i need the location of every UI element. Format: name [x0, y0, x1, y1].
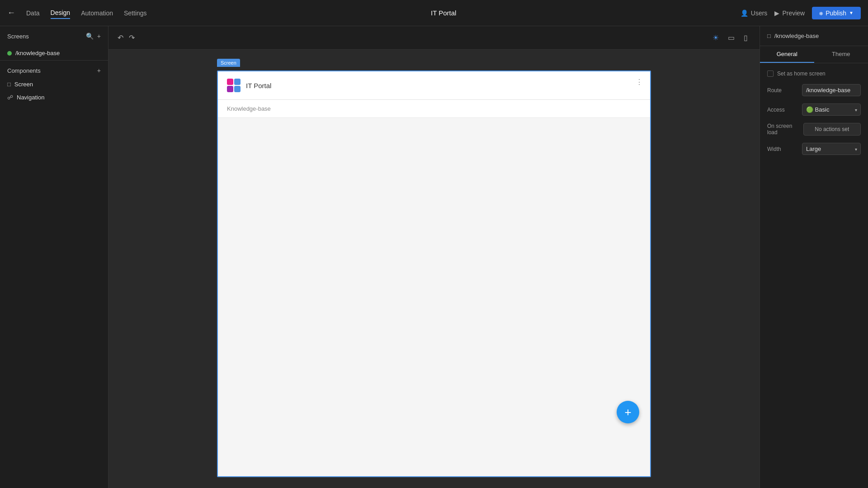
logo-blue-2 [234, 86, 241, 92]
app-logo [227, 79, 241, 92]
components-header: Components + [0, 60, 108, 78]
logo-row-2 [227, 86, 241, 92]
right-panel-body: Set as home screen Route Access 🟢 Basic [760, 63, 868, 162]
fab-add-button[interactable]: + [617, 401, 639, 423]
access-label: Access [767, 107, 785, 113]
canvas-toolbar-left: ↶ ↷ [118, 33, 135, 42]
topbar-right: 👤 Users ▶ Preview ⎈ Publish ▼ [741, 7, 861, 19]
screen-container: Screen [217, 70, 651, 477]
logo-pink [227, 79, 233, 85]
nav-data[interactable]: Data [26, 7, 40, 19]
add-screen-button[interactable]: + [97, 33, 101, 40]
canvas-toolbar-right: ☀ ▭ ▯ [710, 32, 750, 44]
screens-header: Screens 🔍 + [0, 26, 108, 46]
route-input[interactable] [802, 84, 861, 96]
screen-badge: Screen [217, 59, 240, 67]
no-actions-button[interactable]: No actions set [803, 123, 861, 136]
desktop-view-button[interactable]: ☀ [710, 32, 722, 44]
set-home-checkbox-wrapper: Set as home screen [767, 70, 826, 77]
component-nav-label: Navigation [17, 94, 44, 101]
logo-purple [227, 86, 233, 92]
search-icon[interactable]: 🔍 [86, 33, 94, 40]
width-select-wrapper: Large [802, 143, 861, 155]
screen-breadcrumb: Knowledge-base [218, 100, 650, 118]
canvas-wrapper: Screen [108, 50, 760, 488]
set-home-label: Set as home screen [777, 70, 826, 77]
nav-automation[interactable]: Automation [81, 7, 113, 19]
users-icon: 👤 [741, 9, 748, 17]
screen-body: + [218, 118, 650, 434]
screen-item-knowledge-base[interactable]: /knowledge-base [0, 46, 108, 60]
back-button[interactable]: ← [7, 8, 15, 18]
screens-actions: 🔍 + [86, 33, 101, 40]
screen-frame: IT Portal ⋮ Knowledge-base + [217, 70, 651, 477]
canvas-toolbar: ↶ ↷ ☀ ▭ ▯ [108, 26, 760, 50]
screen-item-label: /knowledge-base [15, 50, 60, 56]
tab-theme[interactable]: Theme [814, 46, 868, 63]
left-sidebar: Screens 🔍 + /knowledge-base Components +… [0, 26, 108, 488]
right-panel: □ /knowledge-base General Theme Set as h… [760, 26, 868, 488]
component-screen-label: Screen [14, 81, 33, 88]
logo-group [227, 79, 241, 92]
access-select[interactable]: 🟢 Basic [802, 103, 861, 116]
on-screen-load-row: On screen load No actions set [767, 123, 861, 136]
screen-component-icon: □ [7, 81, 11, 88]
route-label: Route [767, 87, 782, 94]
preview-label: Preview [782, 9, 805, 17]
users-label: Users [751, 9, 768, 17]
screen-header: IT Portal ⋮ [218, 71, 650, 100]
canvas-area: ↶ ↷ ☀ ▭ ▯ Screen [108, 26, 760, 488]
access-row: Access 🟢 Basic [767, 103, 861, 116]
components-label: Components [7, 67, 41, 74]
set-home-checkbox[interactable] [767, 70, 774, 77]
on-screen-load-label: On screen load [767, 123, 803, 136]
logo-row-1 [227, 79, 241, 85]
topbar: ← Data Design Automation Settings IT Por… [0, 0, 868, 26]
nav-settings[interactable]: Settings [124, 7, 147, 19]
access-select-wrapper: 🟢 Basic [802, 103, 861, 116]
set-home-row: Set as home screen [767, 70, 861, 77]
component-navigation[interactable]: ☍ Navigation [0, 91, 108, 104]
preview-icon: ▶ [774, 9, 779, 17]
chevron-down-icon: ▼ [849, 10, 854, 15]
component-screen[interactable]: □ Screen [0, 78, 108, 91]
route-row: Route [767, 84, 861, 96]
screens-label: Screens [7, 33, 29, 40]
right-panel-tabs: General Theme [760, 46, 868, 63]
tab-general[interactable]: General [760, 46, 814, 63]
add-component-button[interactable]: + [97, 67, 101, 74]
width-select[interactable]: Large [802, 143, 861, 155]
screen-dot [7, 51, 12, 56]
right-panel-screen-icon: □ [767, 33, 771, 39]
nav-design[interactable]: Design [51, 7, 71, 19]
screen-options-icon[interactable]: ⋮ [636, 78, 643, 86]
width-label: Width [767, 146, 781, 152]
app-title: IT Portal [147, 9, 741, 17]
mobile-view-button[interactable]: ▯ [741, 32, 750, 44]
topbar-left: ← Data Design Automation Settings [7, 7, 147, 19]
width-row: Width Large [767, 143, 861, 155]
tablet-view-button[interactable]: ▭ [725, 32, 737, 44]
logo-blue [234, 79, 241, 85]
nav-component-icon: ☍ [7, 94, 13, 101]
preview-button[interactable]: ▶ Preview [774, 9, 805, 17]
right-panel-header: □ /knowledge-base [760, 26, 868, 46]
undo-button[interactable]: ↶ [118, 33, 123, 42]
publish-icon: ⎈ [819, 9, 823, 17]
screen-app-title: IT Portal [246, 82, 271, 89]
publish-label: Publish [826, 9, 846, 17]
publish-button[interactable]: ⎈ Publish ▼ [812, 7, 861, 19]
topbar-nav: Data Design Automation Settings [26, 7, 147, 19]
users-button[interactable]: 👤 Users [741, 9, 768, 17]
right-panel-path: /knowledge-base [774, 33, 819, 39]
main-layout: Screens 🔍 + /knowledge-base Components +… [0, 26, 868, 488]
redo-button[interactable]: ↷ [129, 33, 135, 42]
